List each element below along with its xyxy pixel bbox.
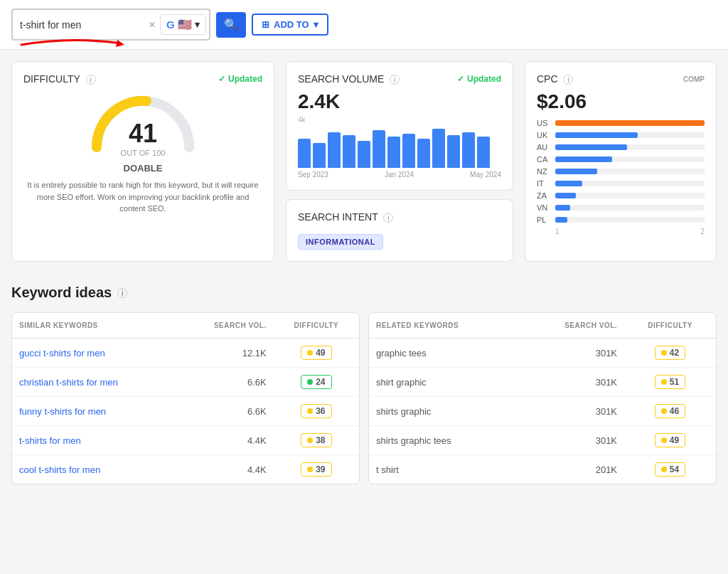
chart-bar (387, 137, 400, 168)
diff-badge: 38 (301, 433, 331, 447)
kw-link[interactable]: funny t-shirts for men (19, 406, 106, 417)
kw-static: shirts graphic (376, 406, 431, 417)
keyword-ideas-info-icon[interactable]: i (117, 288, 127, 298)
diff-cell: 38 (274, 426, 359, 455)
volume-chart-area: 4k Sep 2023 Jan 2024 May 2024 (298, 116, 501, 179)
cards-area: DIFFICULTY i ✓ Updated 41 OUT OF 100 DOA… (0, 50, 728, 273)
chart-bar (402, 134, 415, 168)
vol-cell: 6.6K (176, 397, 274, 426)
cpc-info-icon[interactable]: i (563, 75, 573, 85)
volume-card: SEARCH VOLUME i ✓ Updated 2.4K 4k Sep 20… (286, 61, 513, 191)
keyword-ideas-title-text: Keyword ideas (11, 285, 112, 301)
updated-label: Updated (228, 74, 262, 84)
cpc-bar-bg (555, 156, 705, 162)
cpc-bar-bg (555, 181, 705, 186)
kw-cell: gucci t-shirts for men (12, 339, 176, 368)
difficulty-info-icon[interactable]: i (86, 75, 96, 85)
chart-bar (432, 129, 445, 168)
check-icon: ✓ (218, 74, 225, 84)
kw-link[interactable]: t-shirts for men (19, 435, 81, 446)
keyword-tables: SIMILAR KEYWORDS SEARCH VOL. DIFFICULTY … (11, 312, 717, 484)
search-input[interactable] (20, 19, 144, 31)
cpc-axis-1: 1 (555, 228, 560, 235)
intent-title-text: SEARCH INTENT (298, 211, 378, 223)
kw-cell: christian t-shirts for men (12, 368, 176, 397)
similar-col-diff: DIFFICULTY (274, 313, 359, 339)
cpc-country-row: AU (537, 143, 705, 152)
google-badge[interactable]: G 🇺🇸 ▾ (160, 14, 206, 35)
search-button[interactable]: 🔍 (216, 12, 246, 38)
chart-bar (298, 139, 311, 168)
cpc-bar-bg (555, 217, 705, 223)
table-row: funny t-shirts for men 6.6K 36 (12, 397, 359, 426)
kw-cell: t-shirts for men (12, 426, 176, 455)
diff-cell: 51 (624, 368, 716, 397)
vol-cell: 12.1K (176, 339, 274, 368)
table-row: graphic tees 301K 42 (369, 339, 716, 368)
cpc-axis: 1 2 (537, 228, 705, 235)
difficulty-description: It is entirely possible to rank high for… (23, 179, 262, 215)
kw-static: shirts graphic tees (376, 435, 451, 446)
diff-badge: 24 (301, 375, 331, 389)
difficulty-label: DOABLE (23, 163, 262, 174)
kw-link[interactable]: gucci t-shirts for men (19, 348, 105, 358)
cpc-country-row: IT (537, 179, 705, 188)
bar-chart (298, 125, 501, 168)
chart-bar (358, 141, 370, 169)
table-row: shirts graphic tees 301K 49 (369, 426, 716, 455)
intent-info-icon[interactable]: i (383, 213, 393, 223)
diff-dot (307, 350, 313, 356)
updated-badge: ✓ Updated (218, 74, 262, 84)
kw-static: shirt graphic (376, 377, 427, 388)
clear-icon[interactable]: ✕ (149, 20, 156, 30)
vol-cell: 301K (520, 426, 625, 455)
svg-marker-0 (116, 40, 124, 47)
chart-bar (373, 130, 385, 168)
volume-title-text: SEARCH VOLUME (298, 73, 384, 85)
chart-bar (447, 135, 460, 168)
cpc-axis-2: 2 (700, 228, 705, 235)
kw-link[interactable]: cool t-shirts for men (19, 464, 100, 475)
add-to-button[interactable]: ⊞ ADD TO ▾ (252, 14, 328, 36)
cpc-bar-bg (555, 169, 705, 174)
volume-info-icon[interactable]: i (390, 75, 400, 85)
table-row: cool t-shirts for men 4.4K 39 (12, 455, 359, 484)
chart-bar (313, 143, 326, 168)
cpc-bar-bg (555, 193, 705, 198)
kw-link[interactable]: christian t-shirts for men (19, 377, 118, 388)
cpc-bar-fill (555, 181, 582, 186)
related-col-keyword: RELATED KEYWORDS (369, 313, 520, 339)
gauge-container: 41 OUT OF 100 (23, 90, 262, 157)
chart-bar (328, 132, 341, 168)
chevron-down-icon: ▾ (314, 19, 318, 30)
diff-badge: 36 (301, 404, 331, 418)
diff-cell: 54 (624, 455, 716, 484)
cpc-value: $2.06 (537, 90, 705, 113)
diff-dot (661, 467, 667, 472)
cpc-country-row: US (537, 119, 705, 127)
kw-cell: shirts graphic tees (369, 426, 520, 455)
chevron-down-icon: ▾ (195, 19, 200, 30)
kw-cell: t shirt (369, 455, 520, 484)
related-col-vol: SEARCH VOL. (520, 313, 625, 339)
comp-label: COMP (683, 75, 705, 83)
kw-cell: shirt graphic (369, 368, 520, 397)
vol-cell: 301K (520, 368, 625, 397)
difficulty-score: 41 (121, 119, 166, 149)
cpc-bar-fill (555, 193, 576, 198)
cpc-bar-fill (555, 169, 597, 174)
volume-updated-badge: ✓ Updated (457, 74, 501, 84)
search-bar: ✕ G 🇺🇸 ▾ 🔍 ⊞ ADD TO ▾ (0, 0, 728, 50)
related-col-diff: DIFFICULTY (624, 313, 716, 339)
flag-icon: 🇺🇸 (178, 18, 192, 31)
cpc-bar-fill (555, 144, 627, 150)
volume-check-icon: ✓ (457, 74, 464, 84)
diff-dot (661, 379, 667, 385)
diff-dot (661, 437, 667, 443)
diff-cell: 39 (274, 455, 359, 484)
kw-cell: cool t-shirts for men (12, 455, 176, 484)
diff-cell: 24 (274, 368, 359, 397)
cpc-bar-fill (555, 156, 612, 162)
intent-badge: INFORMATIONAL (298, 234, 383, 250)
chart-label-sep: Sep 2023 (298, 171, 328, 179)
